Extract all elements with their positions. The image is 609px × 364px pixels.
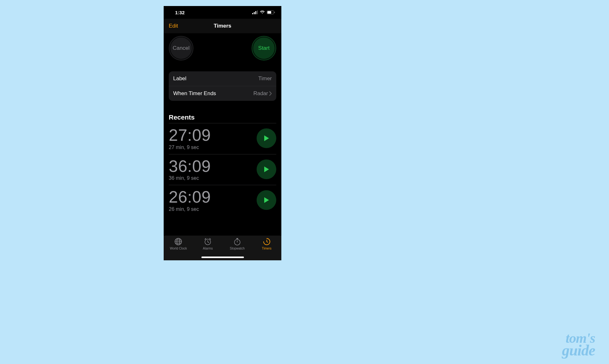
recent-timer-row: 36:09 36 min, 9 sec: [169, 154, 276, 185]
cancel-label: Cancel: [173, 45, 190, 51]
recent-time: 36:09: [169, 158, 211, 175]
status-time: 1:32: [175, 10, 185, 15]
home-indicator[interactable]: [201, 257, 244, 258]
play-icon: [263, 197, 270, 204]
tab-bar: World Clock Alarms Stopwatch Timers: [164, 236, 281, 260]
cancel-button[interactable]: Cancel: [169, 36, 193, 61]
ends-title: When Timer Ends: [173, 90, 216, 97]
tab-label: Timers: [262, 247, 272, 250]
svg-rect-3: [257, 10, 258, 14]
play-icon: [263, 135, 270, 142]
svg-rect-1: [254, 12, 255, 14]
globe-icon: [174, 237, 182, 246]
label-row[interactable]: Label Timer: [169, 71, 276, 86]
cellular-icon: [252, 10, 258, 14]
chevron-right-icon: [269, 91, 272, 96]
tab-label: World Clock: [170, 247, 187, 250]
recent-time: 27:09: [169, 127, 211, 144]
phone-frame: 1:32 Edit Timers Cancel Start Label Time…: [164, 6, 281, 260]
wifi-icon: [260, 10, 265, 14]
page-title: Timers: [164, 23, 281, 29]
start-button[interactable]: Start: [252, 36, 276, 61]
svg-rect-0: [252, 13, 253, 14]
svg-rect-2: [255, 11, 256, 14]
when-timer-ends-row[interactable]: When Timer Ends Radar: [169, 86, 276, 101]
recent-time: 26:09: [169, 188, 211, 206]
battery-icon: [267, 10, 275, 14]
ends-value: Radar: [253, 90, 268, 97]
timer-icon: [263, 237, 271, 246]
label-value: Timer: [258, 75, 272, 82]
alarm-icon: [204, 237, 212, 246]
timer-controls: Cancel Start: [164, 33, 281, 66]
recent-subtitle: 27 min, 9 sec: [169, 145, 211, 150]
start-label: Start: [258, 45, 270, 51]
play-icon: [263, 166, 270, 173]
svg-rect-6: [274, 12, 275, 13]
play-button[interactable]: [257, 190, 276, 210]
tab-label: Stopwatch: [230, 247, 245, 250]
recent-timer-row: 27:09 27 min, 9 sec: [169, 123, 276, 154]
stopwatch-icon: [233, 237, 241, 246]
tab-world-clock[interactable]: World Clock: [164, 237, 193, 260]
play-button[interactable]: [257, 128, 276, 148]
tab-label: Alarms: [203, 247, 213, 250]
recents-header: Recents: [164, 101, 281, 123]
svg-rect-5: [267, 11, 271, 14]
recents-list: 27:09 27 min, 9 sec 36:09 36 min, 9 sec …: [164, 123, 281, 216]
recent-subtitle: 36 min, 9 sec: [169, 175, 211, 181]
nav-bar: Edit Timers: [164, 19, 281, 33]
status-bar: 1:32: [164, 6, 281, 19]
label-title: Label: [173, 75, 187, 82]
watermark-line2: guide: [562, 344, 595, 356]
recent-timer-row: 26:09 26 min, 9 sec: [169, 185, 276, 216]
recent-subtitle: 26 min, 9 sec: [169, 206, 211, 212]
timer-settings: Label Timer When Timer Ends Radar: [169, 71, 276, 101]
edit-button[interactable]: Edit: [169, 23, 178, 29]
status-indicators: [252, 10, 275, 14]
play-button[interactable]: [257, 159, 276, 179]
watermark: tom's guide: [562, 333, 595, 356]
tab-timers[interactable]: Timers: [252, 237, 281, 260]
